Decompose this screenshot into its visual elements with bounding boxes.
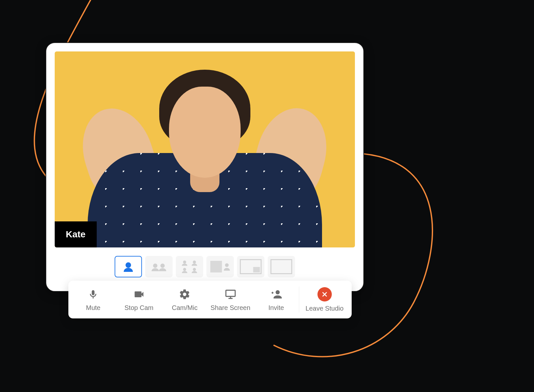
presenter-side-icon: [207, 257, 233, 277]
participant-name: Kate: [66, 229, 86, 239]
svg-rect-11: [271, 259, 292, 273]
layout-single[interactable]: [115, 256, 142, 277]
cam-mic-label: Cam/Mic: [172, 304, 198, 312]
fullscreen-icon: [268, 257, 294, 277]
participant-figure: [88, 59, 322, 247]
stop-cam-label: Stop Cam: [124, 304, 153, 312]
svg-point-15: [276, 290, 280, 294]
svg-point-5: [183, 268, 186, 271]
mute-button[interactable]: Mute: [70, 281, 116, 318]
layout-presenter-side[interactable]: [206, 256, 234, 277]
leave-label: Leave Studio: [305, 305, 344, 312]
mute-label: Mute: [86, 304, 100, 312]
svg-rect-7: [210, 261, 222, 273]
two-people-icon: [146, 257, 172, 277]
svg-point-2: [161, 264, 165, 268]
invite-button[interactable]: Invite: [253, 281, 299, 318]
grid-people-icon: [176, 257, 203, 277]
video-call-window: Kate: [46, 42, 364, 292]
layout-pip[interactable]: [237, 256, 264, 277]
invite-label: Invite: [268, 304, 284, 312]
microphone-icon: [87, 288, 100, 301]
layout-selector: [46, 256, 363, 281]
stop-cam-button[interactable]: Stop Cam: [116, 281, 162, 318]
layout-two-up[interactable]: [145, 256, 173, 277]
svg-point-3: [183, 260, 186, 263]
svg-point-0: [126, 262, 131, 268]
layout-fullscreen[interactable]: [268, 256, 295, 277]
share-screen-label: Share Screen: [211, 304, 250, 312]
control-toolbar: Mute Stop Cam Cam/Mic Share Screen Invit…: [68, 281, 352, 318]
share-screen-button[interactable]: Share Screen: [207, 281, 253, 318]
cam-mic-button[interactable]: Cam/Mic: [162, 281, 207, 318]
participant-video: Kate: [55, 51, 355, 247]
pip-icon: [238, 257, 264, 277]
layout-grid[interactable]: [176, 256, 203, 277]
add-person-icon: [270, 288, 283, 301]
camera-icon: [133, 288, 146, 301]
close-icon: [317, 287, 332, 301]
svg-point-4: [193, 260, 196, 263]
monitor-icon: [224, 288, 237, 301]
svg-point-8: [225, 263, 229, 267]
gear-icon: [178, 288, 191, 301]
svg-rect-10: [253, 267, 260, 273]
participant-name-tag: Kate: [55, 221, 97, 247]
leave-studio-button[interactable]: Leave Studio: [299, 281, 350, 318]
person-icon: [115, 257, 141, 277]
svg-point-6: [193, 268, 196, 271]
svg-point-1: [153, 264, 157, 268]
svg-rect-12: [226, 290, 235, 296]
